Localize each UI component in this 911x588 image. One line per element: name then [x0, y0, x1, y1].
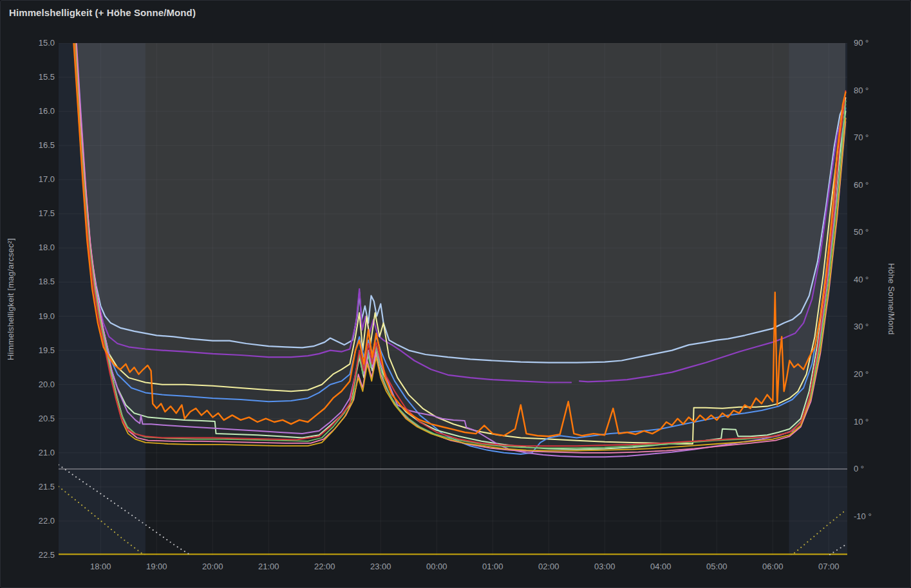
y-right-tick-label: 70 °: [854, 133, 869, 143]
y-right-tick-label: 80 °: [854, 86, 869, 96]
y-right-tick-label: 40 °: [854, 275, 869, 285]
y-right-tick-label: 60 °: [854, 180, 869, 190]
x-tick-label: 22:00: [305, 562, 344, 572]
y-axis-left-title: Himmelshelligkeit [mag/arcsec²]: [6, 43, 15, 555]
x-tick-label: 05:00: [697, 562, 736, 572]
y-left-tick-label: 22.5: [1, 550, 55, 560]
x-tick-label: 21:00: [249, 562, 288, 572]
y-left-tick-label: 17.5: [1, 208, 55, 219]
y-right-tick-label: 0 °: [854, 464, 864, 474]
x-tick-label: 23:00: [361, 562, 400, 572]
chart-svg: [1, 1, 911, 588]
grafana-panel: Himmelshelligkeit (+ Höhe Sonne/Mond) Hi…: [0, 0, 911, 588]
y-left-tick-label: 21.0: [1, 448, 55, 458]
y-right-tick-label: 30 °: [854, 322, 869, 332]
y-right-tick-label: 10 °: [854, 417, 869, 427]
y-left-tick-label: 19.5: [1, 345, 55, 356]
y-left-tick-label: 19.0: [1, 311, 55, 322]
x-tick-label: 01:00: [473, 562, 512, 572]
y-left-tick-label: 17.0: [1, 174, 55, 185]
y-left-tick-label: 15.0: [1, 38, 55, 48]
y-left-tick-label: 16.0: [1, 106, 55, 116]
y-left-tick-label: 20.5: [1, 414, 55, 424]
y-left-tick-label: 15.5: [1, 72, 55, 82]
x-tick-label: 03:00: [585, 562, 624, 572]
x-tick-label: 20:00: [193, 562, 232, 572]
series-fill-orange: [74, 43, 846, 436]
x-tick-label: 07:00: [809, 562, 848, 572]
y-left-tick-label: 18.5: [1, 277, 55, 287]
x-tick-label: 04:00: [641, 562, 680, 572]
timeseries-chart[interactable]: [1, 1, 910, 587]
x-tick-label: 02:00: [529, 562, 568, 572]
y-right-tick-label: -10 °: [854, 511, 872, 522]
y-left-tick-label: 16.5: [1, 140, 55, 151]
y-right-tick-label: 50 °: [854, 227, 869, 237]
x-tick-label: 18:00: [81, 562, 120, 572]
y-left-tick-label: 21.5: [1, 482, 55, 492]
y-axis-right-title: Höhe Sonne/Mond: [887, 43, 896, 555]
x-tick-label: 19:00: [137, 562, 176, 572]
y-right-tick-label: 90 °: [854, 38, 869, 48]
y-left-tick-label: 18.0: [1, 243, 55, 253]
x-tick-label: 00:00: [417, 562, 456, 572]
y-left-tick-label: 20.0: [1, 380, 55, 390]
y-left-tick-label: 22.0: [1, 516, 55, 526]
x-tick-label: 06:00: [753, 562, 792, 572]
y-right-tick-label: 20 °: [854, 369, 869, 380]
